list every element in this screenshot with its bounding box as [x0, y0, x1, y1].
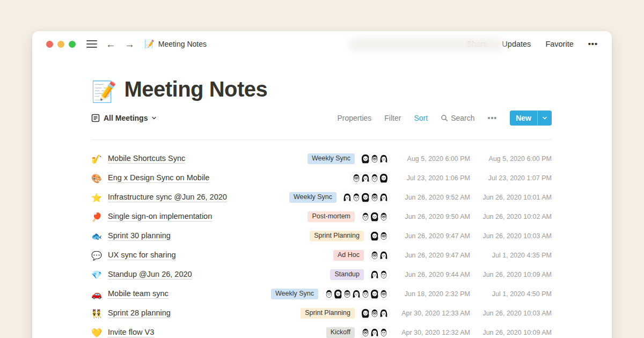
table-row[interactable]: 💛Invite flow V3KickoffApr 30, 2020 12:32…: [91, 323, 552, 338]
updated-date: Jun 26, 2020 10:03 AM: [470, 310, 552, 317]
meeting-title-link[interactable]: Mobile team sync: [108, 289, 169, 299]
row-emoji-icon: 🎨: [91, 173, 108, 183]
table-row[interactable]: 🎷Mobile Shortcuts SyncWeekly SyncAug 5, …: [91, 149, 552, 168]
table-row[interactable]: 🎨Eng x Design Sync on MobileJul 23, 2020…: [91, 168, 552, 188]
updated-date: Jul 1, 2020 4:35 PM: [470, 252, 552, 259]
table-row[interactable]: 💬UX sync for sharingAd HocJun 26, 2020 9…: [91, 246, 552, 265]
table-row[interactable]: 🏓Single sign-on implementationPost-morte…: [91, 207, 552, 226]
page-emoji-icon[interactable]: 📝: [91, 82, 116, 102]
row-emoji-icon: 🐟: [91, 231, 108, 241]
zoom-window-button[interactable]: [69, 41, 76, 48]
new-dropdown-button[interactable]: [538, 111, 552, 126]
meeting-type-tag: Standup: [330, 269, 364, 281]
sidebar-toggle-icon[interactable]: [86, 40, 97, 48]
new-button[interactable]: New: [510, 111, 552, 126]
row-type-and-attendees: Post-mortem: [247, 211, 390, 223]
created-date: Jun 26, 2020 9:47 AM: [390, 252, 470, 259]
meeting-title-link[interactable]: Mobile Shortcuts Sync: [108, 154, 185, 164]
attendee-avatars: [369, 269, 390, 281]
updated-date: Jul 1, 2020 4:50 PM: [470, 290, 552, 298]
meeting-title-link[interactable]: Sprint 30 planning: [108, 231, 171, 241]
meeting-type-tag: Kickoff: [326, 327, 355, 338]
toolbar-actions: Properties Filter Sort Search ••• New: [338, 111, 552, 126]
created-date: Apr 30, 2020 12:33 AM: [390, 310, 470, 317]
table-row[interactable]: 💎Standup @Jun 26, 2020StandupJun 26, 202…: [91, 265, 552, 284]
meeting-title-link[interactable]: Infrastructure sync @Jun 26, 2020: [108, 193, 227, 202]
row-type-and-attendees: Kickoff: [247, 327, 390, 338]
meeting-title-link[interactable]: Single sign-on implementation: [108, 212, 212, 222]
toolbar-more-icon[interactable]: •••: [487, 114, 497, 122]
sort-button[interactable]: Sort: [414, 114, 428, 122]
back-arrow-icon[interactable]: ←: [106, 39, 116, 49]
row-type-and-attendees: Sprint Planning: [247, 307, 390, 319]
search-icon: [441, 114, 448, 122]
created-date: Aug 5, 2020 6:00 PM: [390, 155, 470, 163]
updated-date: Jun 26, 2020 10:02 AM: [470, 213, 552, 221]
updated-date: Jun 26, 2020 10:09 AM: [470, 271, 552, 278]
attendee-avatars: [360, 307, 390, 319]
meeting-type-tag: Sprint Planning: [310, 231, 364, 242]
created-date: Apr 30, 2020 12:32 AM: [390, 329, 470, 336]
meetings-table: 🎷Mobile Shortcuts SyncWeekly SyncAug 5, …: [91, 140, 552, 338]
doc-title: Meeting Notes: [158, 40, 207, 48]
avatar: [378, 211, 390, 223]
breadcrumb[interactable]: 📝 Meeting Notes: [144, 39, 207, 49]
forward-arrow-icon[interactable]: →: [125, 39, 135, 49]
created-date: Jun 18, 2020 2:32 PM: [390, 290, 470, 298]
avatar: [378, 288, 390, 300]
row-type-and-attendees: [247, 172, 390, 184]
meeting-type-tag: Weekly Sync: [271, 289, 318, 300]
avatar: [378, 327, 390, 338]
meeting-title-link[interactable]: Eng x Design Sync on Mobile: [108, 173, 209, 183]
page-title[interactable]: Meeting Notes: [124, 76, 267, 102]
row-emoji-icon: ⭐: [91, 193, 108, 203]
page-content: 📝 Meeting Notes All Meetings Properties …: [32, 76, 612, 338]
updated-date: Jun 26, 2020 10:01 AM: [470, 194, 552, 201]
meeting-title-link[interactable]: Standup @Jun 26, 2020: [108, 270, 192, 280]
table-row[interactable]: 🐟Sprint 30 planningSprint PlanningJun 26…: [91, 226, 552, 246]
more-options-icon[interactable]: •••: [588, 40, 598, 48]
row-type-and-attendees: Ad Hoc: [247, 249, 390, 261]
view-switcher[interactable]: All Meetings: [91, 114, 157, 122]
row-type-and-attendees: Weekly Sync: [247, 192, 390, 203]
row-type-and-attendees: Weekly Sync: [247, 288, 390, 300]
new-button-label[interactable]: New: [510, 111, 537, 126]
created-date: Jun 26, 2020 9:47 AM: [390, 232, 470, 240]
row-emoji-icon: 💬: [91, 251, 108, 261]
properties-button[interactable]: Properties: [338, 114, 372, 122]
notion-window: ← → 📝 Meeting Notes Share Updates Favori…: [32, 31, 612, 338]
created-date: Jun 26, 2020 9:50 AM: [390, 213, 470, 221]
favorite-button[interactable]: Favorite: [545, 40, 573, 48]
row-type-and-attendees: Sprint Planning: [247, 230, 390, 242]
chevron-down-icon: [542, 115, 547, 121]
updates-button[interactable]: Updates: [502, 40, 531, 48]
meeting-title-link[interactable]: Sprint 28 planning: [108, 308, 171, 318]
row-emoji-icon: 🚗: [91, 289, 108, 299]
meeting-title-link[interactable]: UX sync for sharing: [108, 251, 176, 260]
window-titlebar: ← → 📝 Meeting Notes Share Updates Favori…: [32, 31, 612, 57]
database-toolbar: All Meetings Properties Filter Sort Sear…: [91, 113, 552, 140]
avatar: [378, 192, 390, 203]
attendee-avatars: [369, 230, 390, 242]
table-row[interactable]: 👯Sprint 28 planningSprint PlanningApr 30…: [91, 304, 552, 323]
meeting-type-tag: Weekly Sync: [308, 153, 355, 165]
attendee-avatars: [360, 153, 390, 165]
search-button[interactable]: Search: [441, 114, 474, 122]
avatar: [378, 269, 390, 281]
close-window-button[interactable]: [46, 41, 53, 48]
created-date: Jun 26, 2020 9:52 AM: [390, 194, 470, 201]
row-type-and-attendees: Standup: [247, 269, 390, 281]
minimize-window-button[interactable]: [57, 41, 64, 48]
filter-button[interactable]: Filter: [384, 114, 401, 122]
attendee-avatars: [350, 172, 390, 184]
attendee-avatars: [360, 327, 390, 338]
window-controls: [46, 41, 76, 48]
page-header: 📝 Meeting Notes: [91, 76, 552, 102]
table-row[interactable]: 🚗Mobile team syncWeekly SyncJun 18, 2020…: [91, 284, 552, 304]
search-label: Search: [451, 114, 474, 122]
meeting-title-link[interactable]: Invite flow V3: [108, 328, 154, 337]
avatar: [378, 249, 390, 261]
created-date: Jul 23, 2020 1:06 PM: [390, 174, 470, 182]
table-row[interactable]: ⭐Infrastructure sync @Jun 26, 2020Weekly…: [91, 188, 552, 207]
row-type-and-attendees: Weekly Sync: [247, 153, 390, 165]
